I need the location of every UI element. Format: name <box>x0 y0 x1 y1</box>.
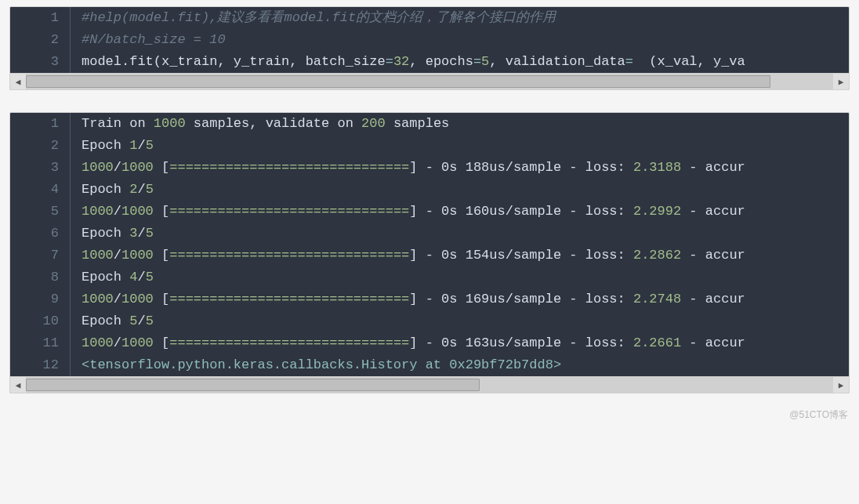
token-num: 2 <box>129 182 137 197</box>
token-ident: ] - 0s 160us <box>409 204 505 219</box>
token-num: 1000 <box>154 116 186 131</box>
token-op: / <box>137 270 145 285</box>
token-ident: Epoch <box>82 182 129 197</box>
token-str: <tensorflow.python.keras.callbacks.Histo… <box>82 357 561 372</box>
line-number: 3 <box>10 157 71 179</box>
code-text: #N/batch_size = 10 <box>71 29 849 51</box>
token-num: 1000 <box>121 204 154 219</box>
token-num: 5 <box>146 182 154 197</box>
code-output-cell: 1Train on 1000 samples, validate on 200 … <box>9 112 850 393</box>
scroll-right-button[interactable]: ▶ <box>833 74 849 89</box>
token-ident: [ <box>154 292 169 306</box>
token-num: 2.3188 <box>633 160 681 175</box>
token-prog: ============================== <box>169 204 409 219</box>
token-ident: ] - 0s 163us <box>409 335 505 350</box>
token-op: / <box>114 160 121 175</box>
token-ident: Train on <box>82 116 154 131</box>
line-number: 3 <box>10 51 71 73</box>
token-num: 3 <box>129 226 137 241</box>
token-op: / <box>137 182 145 197</box>
code-text: Epoch 3/5 <box>71 223 849 245</box>
line-number: 5 <box>10 201 71 223</box>
code-line: 111000/1000 [===========================… <box>10 332 849 354</box>
token-num: 4 <box>129 270 137 285</box>
token-op: / <box>137 314 145 328</box>
code-input-cell: 1#help(model.fit),建议多看看model.fit的文档介绍，了解… <box>9 6 850 90</box>
token-ident: sample - loss: <box>513 335 633 350</box>
token-num: 2.2862 <box>633 248 681 263</box>
scroll-left-button[interactable]: ◀ <box>10 377 26 393</box>
token-op: / <box>506 204 513 219</box>
token-ident: Epoch <box>82 226 129 241</box>
token-op: / <box>137 138 145 153</box>
code-line: 1Train on 1000 samples, validate on 200 … <box>10 113 849 135</box>
horizontal-scrollbar[interactable]: ◀ ▶ <box>10 73 849 89</box>
line-number: 10 <box>10 310 71 332</box>
token-ident: Epoch <box>82 138 129 153</box>
code-line: 2Epoch 1/5 <box>10 135 849 157</box>
line-number: 7 <box>10 245 71 267</box>
token-ident: - accur <box>681 160 745 175</box>
token-ident: (x_val, y_va <box>633 54 745 69</box>
code-text: 1000/1000 [=============================… <box>71 157 849 179</box>
code-line: 6Epoch 3/5 <box>10 223 849 245</box>
horizontal-scrollbar[interactable]: ◀ ▶ <box>10 376 849 393</box>
token-ident: [ <box>154 248 169 263</box>
code-line: 4Epoch 2/5 <box>10 179 849 201</box>
code-text: #help(model.fit),建议多看看model.fit的文档介绍，了解各… <box>71 7 849 29</box>
token-op: / <box>114 248 121 263</box>
token-ident: samples <box>386 116 450 131</box>
code-text: 1000/1000 [=============================… <box>71 332 849 354</box>
token-num: 1000 <box>121 248 154 263</box>
scroll-track[interactable] <box>26 377 833 393</box>
token-num: 1000 <box>82 335 114 350</box>
token-num: 5 <box>146 138 154 153</box>
token-ident: samples, validate on <box>186 116 361 131</box>
code-text: Epoch 4/5 <box>71 267 849 288</box>
token-ident: , validation_data <box>489 54 625 69</box>
code-line: 51000/1000 [============================… <box>10 201 849 223</box>
scroll-right-button[interactable]: ▶ <box>833 377 849 393</box>
code-line: 3model.fit(x_train, y_train, batch_size=… <box>10 51 849 73</box>
token-op: / <box>506 292 513 306</box>
line-number: 2 <box>10 29 71 51</box>
scroll-thumb[interactable] <box>26 379 480 391</box>
token-ident: [ <box>154 335 169 350</box>
token-op: / <box>114 204 121 219</box>
token-op: / <box>506 248 513 263</box>
token-comment: #help(model.fit),建议多看看model.fit的文档介绍，了解各… <box>82 10 556 25</box>
line-number: 12 <box>10 354 71 376</box>
token-num: 1000 <box>121 292 154 306</box>
token-ident: Epoch <box>82 314 129 328</box>
line-number: 4 <box>10 179 71 201</box>
token-eq: = <box>473 54 481 69</box>
token-num: 1000 <box>121 335 154 350</box>
token-ident: - accur <box>681 204 745 219</box>
token-ident: sample - loss: <box>513 160 633 175</box>
scroll-thumb[interactable] <box>26 75 770 88</box>
token-op: / <box>137 226 145 241</box>
token-num: 1000 <box>82 248 114 263</box>
token-ident: sample - loss: <box>513 204 633 219</box>
token-num: 1000 <box>82 292 114 306</box>
code-text: Train on 1000 samples, validate on 200 s… <box>71 113 849 135</box>
token-op: / <box>506 335 513 350</box>
token-num: 5 <box>146 226 154 241</box>
code-line: 2#N/batch_size = 10 <box>10 29 849 51</box>
token-ident: sample - loss: <box>513 248 633 263</box>
code-text: Epoch 2/5 <box>71 179 849 201</box>
code-text: Epoch 1/5 <box>71 135 849 157</box>
token-prog: ============================== <box>169 248 409 263</box>
token-num: 2.2661 <box>633 335 681 350</box>
token-comment: #N/batch_size = 10 <box>82 32 226 47</box>
code-text: 1000/1000 [=============================… <box>71 201 849 223</box>
token-ident: sample - loss: <box>513 292 633 306</box>
token-num: 1000 <box>82 204 114 219</box>
token-eq: = <box>625 54 633 69</box>
line-number: 9 <box>10 288 71 310</box>
code-text: <tensorflow.python.keras.callbacks.Histo… <box>71 354 849 376</box>
scroll-left-button[interactable]: ◀ <box>10 74 26 89</box>
code-line: 1#help(model.fit),建议多看看model.fit的文档介绍，了解… <box>10 7 849 29</box>
token-ident: ] - 0s 188us <box>409 160 505 175</box>
scroll-track[interactable] <box>26 74 833 89</box>
